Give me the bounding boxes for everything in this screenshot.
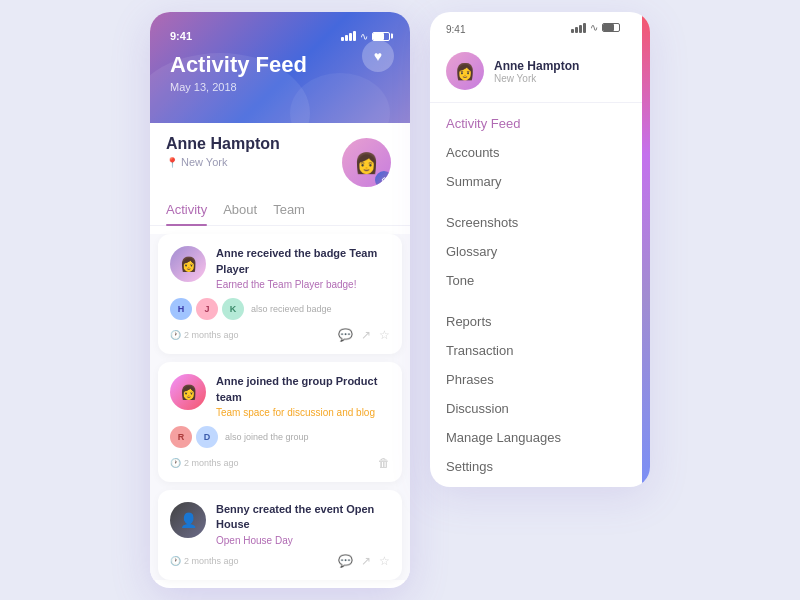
star-icon[interactable]: ☆ xyxy=(379,554,390,568)
comment-icon[interactable]: 💬 xyxy=(338,554,353,568)
clock-icon: 🕐 xyxy=(170,458,181,468)
nav-group-3: Reports Transaction Phrases Discussion M… xyxy=(430,307,650,481)
accent-bar xyxy=(642,12,650,487)
nav-item-discussion[interactable]: Discussion xyxy=(430,394,650,423)
tab-team[interactable]: Team xyxy=(273,202,305,225)
feed-item: 👩 Anne joined the group Product team Tea… xyxy=(158,362,402,482)
feed-time: 🕐 2 months ago xyxy=(170,556,239,566)
badge-r: R xyxy=(170,426,192,448)
feed-item-content: Anne received the badge Team Player Earn… xyxy=(216,246,390,290)
right-card: 9:41 ∿ 👩 Anne Hampton New York xyxy=(430,12,650,487)
feed-actions: 💬 ↗ ☆ xyxy=(338,554,390,568)
profile-row: Anne Hampton 📍 New York 👩 ⚙ xyxy=(166,123,394,190)
tab-about[interactable]: About xyxy=(223,202,257,225)
nav-divider-2 xyxy=(430,295,650,307)
profile-avatar: 👩 ⚙ xyxy=(339,135,394,190)
heart-icon: ♥ xyxy=(374,48,382,64)
nav-item-settings[interactable]: Settings xyxy=(430,452,650,481)
feed-footer: 🕐 2 months ago 💬 ↗ ☆ xyxy=(170,328,390,342)
wifi-icon: ∿ xyxy=(360,31,368,42)
signal-icon-right xyxy=(571,23,586,33)
feed-actions: 💬 ↗ ☆ xyxy=(338,328,390,342)
feed-item-header: 👩 Anne received the badge Team Player Ea… xyxy=(170,246,390,290)
profile-location: 📍 New York xyxy=(166,156,339,168)
profile-section: Anne Hampton 📍 New York 👩 ⚙ xyxy=(150,123,410,190)
right-user-name: Anne Hampton xyxy=(494,59,634,73)
app-container: 9:41 ∿ Activity Feed May 13, 2018 xyxy=(130,0,670,600)
feed-text-sub: Team space for discussion and blog xyxy=(216,407,390,418)
header-date: May 13, 2018 xyxy=(170,81,390,93)
profile-name: Anne Hampton xyxy=(166,135,339,153)
signal-icon xyxy=(341,31,356,41)
location-pin-icon: 📍 xyxy=(166,157,178,168)
share-icon[interactable]: ↗ xyxy=(361,554,371,568)
activity-feed: 👩 Anne received the badge Team Player Ea… xyxy=(150,234,410,579)
feed-item-header: 👤 Benny created the event Open House Ope… xyxy=(170,502,390,546)
feed-footer: 🕐 2 months ago 🗑 xyxy=(170,456,390,470)
nav-group-2: Screenshots Glossary Tone xyxy=(430,208,650,295)
feed-text-sub: Earned the Team Player badge! xyxy=(216,279,390,290)
status-time-right: 9:41 xyxy=(446,24,465,35)
status-bar-left: 9:41 ∿ xyxy=(170,30,390,42)
feed-time: 🕐 2 months ago xyxy=(170,458,239,468)
profile-info: Anne Hampton 📍 New York xyxy=(166,135,339,168)
battery-icon-right xyxy=(602,23,620,32)
delete-icon[interactable]: 🗑 xyxy=(378,456,390,470)
right-header: 👩 Anne Hampton New York xyxy=(430,36,650,103)
badge-text: also recieved badge xyxy=(251,304,332,314)
feed-actions: 🗑 xyxy=(378,456,390,470)
right-user-info: Anne Hampton New York xyxy=(494,59,634,84)
feed-text-main: Anne received the badge Team Player xyxy=(216,246,390,277)
badge-k: K xyxy=(222,298,244,320)
feed-avatar: 👩 xyxy=(170,374,206,410)
feed-avatar: 👩 xyxy=(170,246,206,282)
star-icon[interactable]: ☆ xyxy=(379,328,390,342)
nav-item-summary[interactable]: Summary xyxy=(430,167,650,196)
nav-divider-1 xyxy=(430,196,650,208)
nav-item-manage-languages[interactable]: Manage Languages xyxy=(430,423,650,452)
feed-item-content: Anne joined the group Product team Team … xyxy=(216,374,390,418)
feed-text-main: Anne joined the group Product team xyxy=(216,374,390,405)
badge-row: R D also joined the group xyxy=(170,426,390,448)
feed-text-sub: Open House Day xyxy=(216,535,390,546)
badge-row: H J K also recieved badge xyxy=(170,298,390,320)
feed-footer: 🕐 2 months ago 💬 ↗ ☆ xyxy=(170,554,390,568)
tabs: Activity About Team xyxy=(150,190,410,226)
nav-item-screenshots[interactable]: Screenshots xyxy=(430,208,650,237)
nav-item-tone[interactable]: Tone xyxy=(430,266,650,295)
feed-text-main: Benny created the event Open House xyxy=(216,502,390,533)
feed-item: 👩 Anne received the badge Team Player Ea… xyxy=(158,234,402,354)
status-time-left: 9:41 xyxy=(170,30,192,42)
gear-button[interactable]: ⚙ xyxy=(375,171,393,189)
clock-icon: 🕐 xyxy=(170,330,181,340)
badge-h: H xyxy=(170,298,192,320)
nav-item-transaction[interactable]: Transaction xyxy=(430,336,650,365)
feed-item-header: 👩 Anne joined the group Product team Tea… xyxy=(170,374,390,418)
feed-avatar: 👤 xyxy=(170,502,206,538)
nav-item-glossary[interactable]: Glossary xyxy=(430,237,650,266)
left-card: 9:41 ∿ Activity Feed May 13, 2018 xyxy=(150,12,410,587)
wifi-icon-right: ∿ xyxy=(590,22,598,33)
clock-icon: 🕐 xyxy=(170,556,181,566)
right-user-location: New York xyxy=(494,73,634,84)
badge-d: D xyxy=(196,426,218,448)
badge-text: also joined the group xyxy=(225,432,309,442)
feed-item-content: Benny created the event Open House Open … xyxy=(216,502,390,546)
share-icon[interactable]: ↗ xyxy=(361,328,371,342)
nav-item-activity-feed[interactable]: Activity Feed xyxy=(430,109,650,138)
nav-item-accounts[interactable]: Accounts xyxy=(430,138,650,167)
status-bar-right: ∿ xyxy=(571,22,620,33)
nav-menu: Activity Feed Accounts Summary Screensho… xyxy=(430,103,650,487)
tab-activity[interactable]: Activity xyxy=(166,202,207,225)
header-title: Activity Feed xyxy=(170,52,390,78)
feed-item: 👤 Benny created the event Open House Ope… xyxy=(158,490,402,580)
nav-item-phrases[interactable]: Phrases xyxy=(430,365,650,394)
right-avatar: 👩 xyxy=(446,52,484,90)
nav-item-reports[interactable]: Reports xyxy=(430,307,650,336)
comment-icon[interactable]: 💬 xyxy=(338,328,353,342)
feed-time: 🕐 2 months ago xyxy=(170,330,239,340)
badge-j: J xyxy=(196,298,218,320)
nav-group-1: Activity Feed Accounts Summary xyxy=(430,109,650,196)
